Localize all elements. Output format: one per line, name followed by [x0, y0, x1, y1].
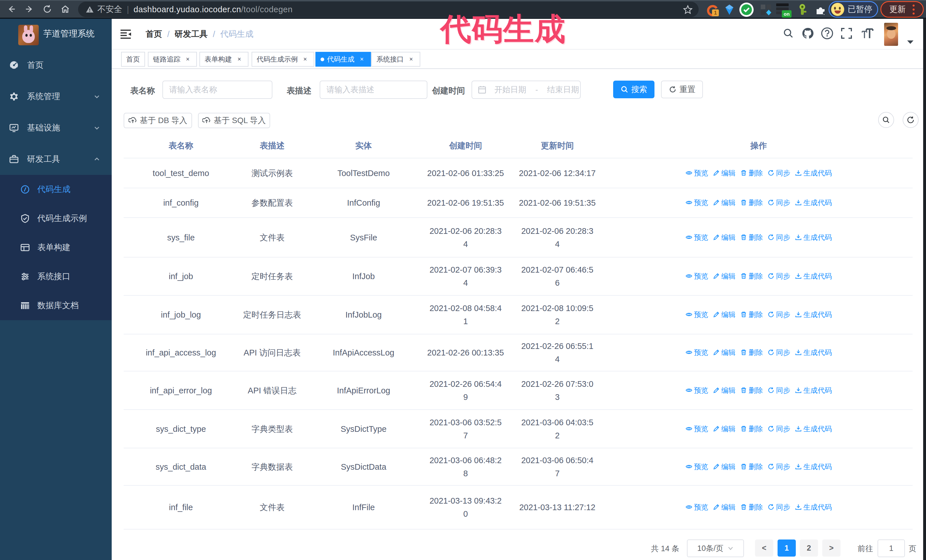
- svg-text:on: on: [784, 11, 790, 17]
- svg-text:1: 1: [714, 10, 717, 16]
